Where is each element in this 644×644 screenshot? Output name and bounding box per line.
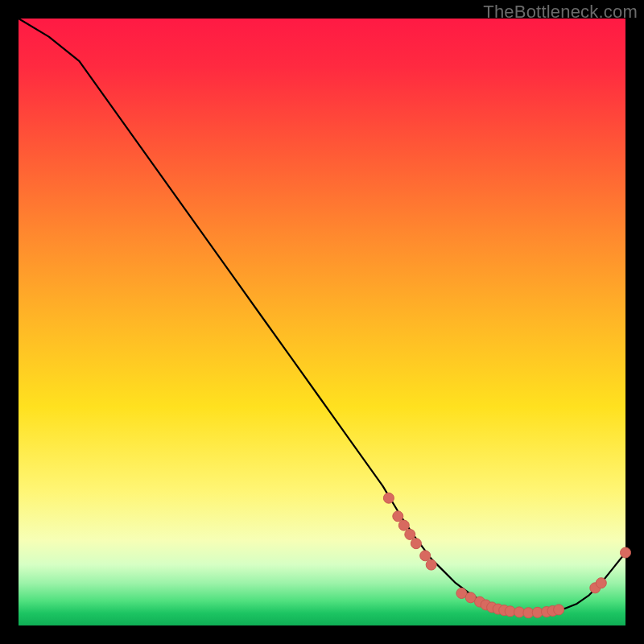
curve-marker — [411, 539, 421, 549]
curve-marker — [596, 578, 606, 588]
watermark-text: TheBottleneck.com — [483, 2, 638, 23]
marker-group — [383, 493, 630, 618]
curve-marker — [393, 511, 403, 522]
curve-marker — [426, 559, 436, 570]
curve-marker — [420, 551, 431, 561]
curve-marker — [621, 547, 631, 558]
curve-marker — [554, 605, 564, 615]
curve-marker — [383, 493, 394, 503]
chart-stage: TheBottleneck.com — [0, 0, 644, 644]
curve-marker — [405, 529, 415, 539]
bottleneck-curve — [19, 19, 625, 613]
curve-layer — [19, 19, 625, 625]
curve-marker — [398, 520, 409, 530]
plot-area — [19, 19, 625, 625]
